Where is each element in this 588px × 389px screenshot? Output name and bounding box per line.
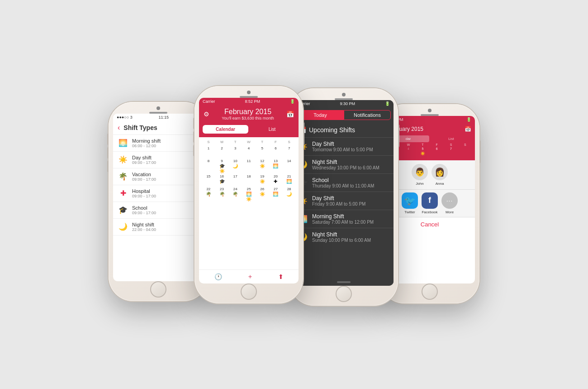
calendar-day-cell[interactable]: 11: [242, 158, 256, 174]
cancel-button[interactable]: Cancel: [384, 217, 475, 231]
phone1-screen: ●●●○○ 3 11:15 📶 ‹ Shift Types 🌅 Morning …: [113, 114, 204, 281]
calendar-day-cell[interactable]: 18: [242, 174, 256, 187]
shift-list-item[interactable]: 🌴 Vacation 09:00 - 17:00: [113, 168, 204, 185]
upcoming-shift-row[interactable]: ☀️ Day Shift Tomorrow 9:00 AM to 5:00 PM: [294, 137, 394, 155]
date-number: 13: [274, 159, 278, 163]
power-button[interactable]: [479, 140, 481, 163]
upcoming-shift-row[interactable]: 🌙 Night Shift Sunday 10:00 PM to 6:00 AM: [294, 228, 394, 246]
calendar-day-cell[interactable]: 10🌙: [228, 158, 242, 174]
battery: 🔋: [385, 101, 390, 106]
calendar-day-cell[interactable]: 9🎓☀️: [215, 158, 229, 174]
camera-dot: [342, 93, 346, 96]
calendar-day-cell[interactable]: 22🌴: [202, 187, 215, 202]
calendar-day-cell[interactable]: 17: [228, 174, 242, 187]
shift-info: School 09:00 - 17:00: [132, 205, 199, 215]
calendar-grid: SMTWTFS 123456789🎓☀️10🌙1112☀️13🌅141516🎓1…: [199, 137, 299, 269]
shift-time: Saturday 7:00 AM to 12:00 PM: [312, 220, 374, 225]
facebook-share[interactable]: f Facebook: [422, 192, 438, 214]
calendar-day-cell[interactable]: 19☀️: [256, 174, 269, 187]
calendar-day-cell[interactable]: 14: [282, 158, 296, 174]
shift-list-item[interactable]: 🌅 Morning shift 06:00 - 12:00: [113, 135, 204, 152]
tab-today[interactable]: Today: [297, 110, 344, 120]
shift-icon: ☀️: [118, 154, 128, 165]
calendar-day-cell[interactable]: 2: [215, 146, 229, 158]
calendar-icon[interactable]: 📅: [465, 126, 471, 132]
month-title: February 2015: [222, 108, 274, 116]
shift-list-item[interactable]: ✚ Hospital 09:00 - 17:00: [113, 185, 204, 202]
date-number: 5: [261, 146, 263, 150]
calendar-day-cell[interactable]: 1: [202, 146, 215, 158]
mute-button[interactable]: [193, 118, 194, 129]
shift-emoji: 🌅: [246, 192, 251, 197]
status-bar: Carrier 9:30 PM 🔋: [294, 100, 394, 107]
share-icon[interactable]: ⬆: [278, 273, 284, 280]
phone-2-calendar: Carrier 8:52 PM 🔋 ⚙ February 2015 You'll…: [194, 86, 303, 303]
anna-avatar: 👩: [432, 164, 448, 180]
shift-name: Night Shift: [312, 159, 379, 165]
shift-list-item[interactable]: ☀️ Day shift 09:00 - 17:00: [113, 152, 204, 168]
calendar-day-cell[interactable]: 6: [269, 146, 283, 158]
volume-down-button[interactable]: [107, 161, 109, 172]
volume-up-button[interactable]: [107, 147, 109, 158]
calendar-day-cell[interactable]: 4: [242, 146, 256, 158]
shift-list-item[interactable]: 🎓 School 09:00 - 17:00: [113, 202, 204, 219]
upcoming-shift-row[interactable]: 🌅 Morning Shift Saturday 7:00 AM to 12:0…: [294, 210, 394, 228]
calendar-day-cell[interactable]: 8: [202, 158, 215, 174]
time: 8:52 PM: [245, 99, 260, 104]
calendar-day-cell[interactable]: 25🌅☀️: [242, 187, 256, 202]
segment-tabs: Today Notifications: [294, 107, 394, 123]
back-button[interactable]: ‹: [118, 124, 120, 132]
speaker: [149, 112, 167, 114]
shift-emoji: 🌙: [286, 192, 292, 197]
home-button[interactable]: [422, 283, 438, 300]
twitter-share[interactable]: 🐦 Twitter: [402, 192, 418, 214]
power-button[interactable]: [398, 125, 399, 147]
anna-name: Anna: [436, 182, 444, 186]
export-icon[interactable]: 📅: [286, 110, 294, 118]
contact-john[interactable]: 👨 John: [412, 164, 428, 186]
shift-time: 22:00 - 04:00: [132, 227, 199, 232]
contact-anna[interactable]: 👩 Anna: [432, 164, 448, 186]
shift-emoji: 🌴: [219, 192, 225, 197]
calendar-day-cell[interactable]: 28🌙: [282, 187, 296, 202]
calendar-day-cell[interactable]: 16🎓: [215, 174, 229, 187]
calendar-day-cell[interactable]: 26☀️: [256, 187, 269, 202]
more-share[interactable]: ··· More: [441, 192, 458, 214]
shift-name: Morning shift: [132, 138, 199, 144]
calendar-day-cell[interactable]: 7: [282, 146, 296, 158]
calendar-day-cell[interactable]: 5: [256, 146, 269, 158]
add-icon[interactable]: ＋: [247, 273, 253, 281]
calendar-day-cell[interactable]: 13🌅: [269, 158, 283, 174]
tab-list[interactable]: List: [249, 125, 295, 134]
calendar-day-cell[interactable]: 20✚: [269, 174, 283, 187]
shift-icon: ✚: [118, 188, 128, 199]
twitter-label: Twitter: [404, 210, 415, 214]
calendar-day-cell[interactable]: 27🌅: [269, 187, 283, 202]
power-button[interactable]: [303, 122, 304, 145]
upcoming-shift-row[interactable]: 🌙 Night Shift Wednesday 10:00 PM to 6:00…: [294, 155, 394, 173]
calendar-day-cell[interactable]: 24🌴: [228, 187, 242, 202]
calendar-day-cell[interactable]: 15: [202, 174, 215, 187]
calendar-day-cell[interactable]: 3: [228, 146, 242, 158]
home-button[interactable]: [241, 283, 257, 300]
shift-list-item[interactable]: 🌙 Night shift 22:00 - 04:00: [113, 219, 204, 235]
mute-button[interactable]: [107, 134, 109, 145]
upcoming-shift-row[interactable]: ☀️ Day Shift Friday 9:00 AM to 5:00 PM: [294, 192, 394, 210]
volume-down-button[interactable]: [193, 145, 194, 156]
home-button[interactable]: [336, 286, 352, 302]
volume-up-button[interactable]: [193, 131, 194, 143]
day-of-week: F: [269, 139, 283, 145]
calendar-day-cell[interactable]: 12☀️: [256, 158, 269, 174]
shift-emoji: ☀️: [260, 179, 265, 184]
tab-calendar[interactable]: Calendar: [203, 125, 248, 134]
shift-info: Night Shift Wednesday 10:00 PM to 6:00 A…: [312, 159, 379, 170]
tab-list[interactable]: List: [430, 135, 472, 142]
clock-icon[interactable]: 🕐: [214, 273, 222, 280]
upcoming-shift-row[interactable]: 🎓 School Thursday 9:00 AM to 11:00 AM: [294, 173, 394, 192]
home-button[interactable]: [150, 281, 166, 298]
calendar-day-cell[interactable]: 23🌴: [215, 187, 229, 202]
shift-info: Night shift 22:00 - 04:00: [132, 222, 199, 232]
settings-icon[interactable]: ⚙: [204, 110, 209, 118]
tab-notifications[interactable]: Notifications: [344, 110, 391, 120]
calendar-day-cell[interactable]: 21🌅: [282, 174, 296, 187]
